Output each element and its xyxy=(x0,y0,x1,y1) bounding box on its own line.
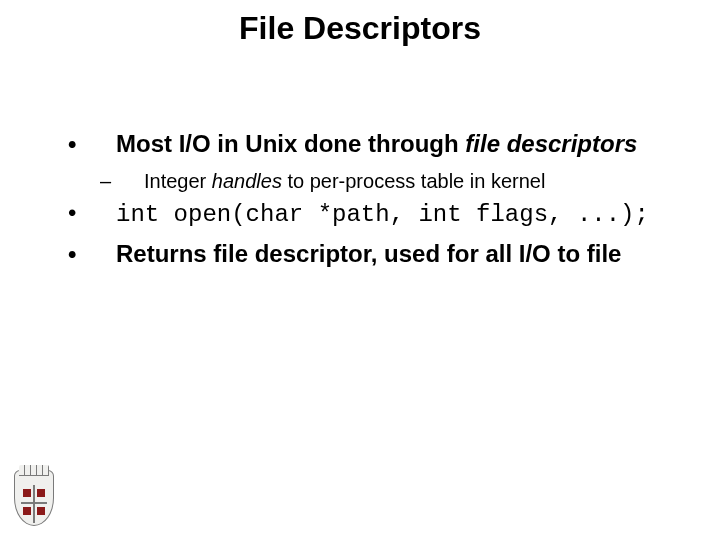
bullet-1-text-pre: Most I/O in Unix done through xyxy=(116,130,465,157)
bullet-1-sub-1: –Integer handles to per-process table in… xyxy=(122,169,652,193)
bullet-marker: • xyxy=(92,130,116,159)
slide-body: •Most I/O in Unix done through file desc… xyxy=(92,130,652,278)
bullet-3: •Returns file descriptor, used for all I… xyxy=(92,240,652,269)
bullet-1-sub-1-italic: handles xyxy=(212,170,282,192)
bullet-3-text: Returns file descriptor, used for all I/… xyxy=(116,240,621,267)
bullet-1-text-italic: file descriptors xyxy=(465,130,637,157)
bullet-2: •int open(char *path, int flags, ...); xyxy=(92,199,652,230)
slide-title: File Descriptors xyxy=(0,10,720,47)
bullet-marker: • xyxy=(92,240,116,269)
bullet-1: •Most I/O in Unix done through file desc… xyxy=(92,130,652,159)
bullet-2-code: int open(char *path, int flags, ...); xyxy=(116,201,649,228)
bullet-1-sub-1-post: to per-process table in kernel xyxy=(282,170,545,192)
shield-icon xyxy=(14,470,54,526)
slide: File Descriptors •Most I/O in Unix done … xyxy=(0,0,720,540)
bullet-marker: – xyxy=(122,169,144,193)
brown-university-logo xyxy=(14,470,54,526)
bullet-marker: • xyxy=(92,199,116,228)
bullet-1-sub-1-pre: Integer xyxy=(144,170,212,192)
